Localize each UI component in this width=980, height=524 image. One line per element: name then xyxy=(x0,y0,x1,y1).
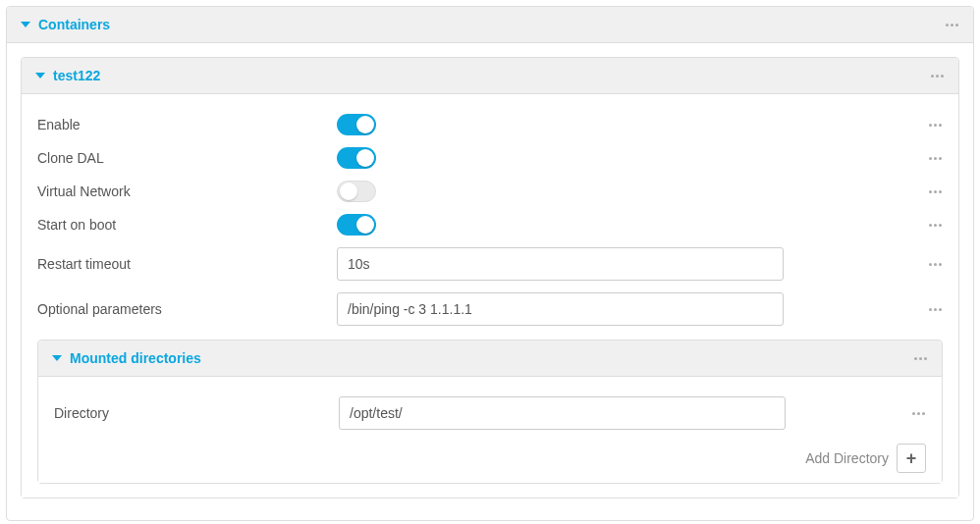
enable-label: Enable xyxy=(37,117,337,132)
start-on-boot-label: Start on boot xyxy=(37,217,337,233)
containers-header[interactable]: Containers xyxy=(7,7,973,43)
restart-timeout-input[interactable] xyxy=(337,247,784,281)
clone-dal-toggle[interactable] xyxy=(337,147,376,169)
optional-parameters-input[interactable] xyxy=(337,292,784,326)
mounted-directories-menu-icon[interactable] xyxy=(912,350,928,366)
collapse-icon xyxy=(52,355,62,361)
enable-menu-icon[interactable] xyxy=(927,117,943,132)
plus-icon: + xyxy=(906,449,917,467)
optional-parameters-label: Optional parameters xyxy=(37,301,337,317)
directory-label: Directory xyxy=(54,405,339,421)
collapse-icon xyxy=(21,22,30,27)
add-directory-button[interactable]: + xyxy=(897,444,926,473)
container-body: Enable Clone DAL Virtual Network Start o… xyxy=(22,94,958,498)
mounted-directories-panel: Mounted directories Directory Add Direct… xyxy=(37,340,943,484)
start-on-boot-toggle[interactable] xyxy=(337,214,376,236)
clone-dal-menu-icon[interactable] xyxy=(927,150,943,166)
restart-timeout-label: Restart timeout xyxy=(37,256,337,272)
optional-parameters-menu-icon[interactable] xyxy=(927,301,943,317)
containers-panel: Containers test122 Enable Clone DAL xyxy=(6,6,974,521)
containers-body: test122 Enable Clone DAL Virtual Network xyxy=(7,43,973,520)
enable-toggle[interactable] xyxy=(337,114,376,135)
directory-menu-icon[interactable] xyxy=(910,405,926,421)
containers-menu-icon[interactable] xyxy=(944,17,959,32)
mounted-directories-header[interactable]: Mounted directories xyxy=(38,341,942,377)
add-directory-label: Add Directory xyxy=(805,450,889,466)
container-header[interactable]: test122 xyxy=(22,58,958,94)
container-panel: test122 Enable Clone DAL Virtual Network xyxy=(21,57,959,498)
mounted-directories-title: Mounted directories xyxy=(70,350,201,366)
containers-title: Containers xyxy=(38,17,110,32)
virtual-network-label: Virtual Network xyxy=(37,183,337,199)
restart-timeout-menu-icon[interactable] xyxy=(927,256,943,272)
container-menu-icon[interactable] xyxy=(929,68,945,83)
virtual-network-menu-icon[interactable] xyxy=(927,183,943,199)
mounted-directories-body: Directory Add Directory + xyxy=(38,377,942,483)
container-name: test122 xyxy=(53,68,100,83)
collapse-icon xyxy=(35,73,45,79)
virtual-network-toggle[interactable] xyxy=(337,181,376,202)
clone-dal-label: Clone DAL xyxy=(37,150,337,166)
directory-input[interactable] xyxy=(339,396,786,430)
start-on-boot-menu-icon[interactable] xyxy=(927,217,943,233)
